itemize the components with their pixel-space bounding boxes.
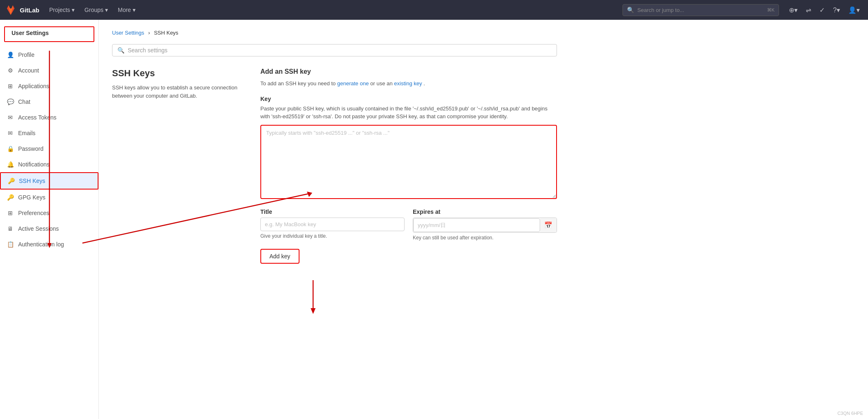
search-settings-icon: 🔍 <box>117 47 124 54</box>
sidebar-item-emails[interactable]: ✉ Emails <box>0 125 98 141</box>
user-icon: 👤 <box>7 51 14 59</box>
form-row: Title Give your individual key a title. … <box>260 208 557 241</box>
settings-search-wrap[interactable]: 🔍 <box>112 44 557 56</box>
page-layout: User Settings 👤 Profile ⚙ Account ⊞ Appl… <box>0 20 868 419</box>
breadcrumb-parent[interactable]: User Settings <box>112 30 144 36</box>
search-icon: 🔍 <box>627 7 634 13</box>
title-hint: Give your individual key a title. <box>260 233 405 239</box>
sidebar-item-label: Notifications <box>18 161 49 168</box>
more-menu[interactable]: More ▾ <box>115 4 139 16</box>
merge-request-icon[interactable]: ⇌ <box>802 4 814 16</box>
ssh-form-panel: Add an SSH key To add an SSH key you nee… <box>260 68 557 264</box>
title-label: Title <box>260 208 405 215</box>
sidebar-item-label: Active Sessions <box>18 225 59 232</box>
sidebar-item-label: SSH Keys <box>19 178 45 184</box>
breadcrumb: User Settings › SSH Keys <box>112 30 855 36</box>
title-input[interactable] <box>260 218 405 231</box>
sidebar-item-label: GPG Keys <box>18 194 45 201</box>
sidebar-item-applications[interactable]: ⊞ Applications <box>0 78 98 94</box>
sidebar-item-preferences[interactable]: ⊞ Preferences <box>0 205 98 221</box>
sidebar-item-password[interactable]: 🔒 Password <box>0 141 98 157</box>
password-icon: 🔒 <box>7 145 14 152</box>
generate-key-link[interactable]: generate one <box>337 80 369 87</box>
content-grid: SSH Keys SSH keys allow you to establish… <box>112 68 557 264</box>
sidebar-item-label: Chat <box>18 98 30 105</box>
search-bar[interactable]: 🔍 ⌘K <box>622 4 779 16</box>
expires-hint: Key can still be used after expiration. <box>413 235 557 241</box>
sidebar-item-notifications[interactable]: 🔔 Notifications <box>0 157 98 172</box>
sidebar-item-chat[interactable]: 💬 Chat <box>0 94 98 110</box>
sidebar-item-gpg-keys[interactable]: 🔑 GPG Keys <box>0 190 98 205</box>
email-icon: ✉ <box>7 129 14 137</box>
projects-menu[interactable]: Projects ▾ <box>46 4 78 16</box>
ssh-description-panel: SSH Keys SSH keys allow you to establish… <box>112 68 244 264</box>
chat-icon: 💬 <box>7 98 14 105</box>
existing-key-link[interactable]: existing key <box>394 80 422 87</box>
sidebar-item-label: Password <box>18 145 43 152</box>
add-ssh-key-heading: Add an SSH key <box>260 68 557 75</box>
key-description: Paste your public SSH key, which is usua… <box>260 105 557 121</box>
settings-search-input[interactable] <box>128 47 552 54</box>
sidebar-item-label: Profile <box>18 51 35 58</box>
token-icon: ✉ <box>7 114 14 121</box>
sidebar-item-label: Access Tokens <box>18 114 56 121</box>
chevron-down-icon: ▾ <box>72 7 75 13</box>
ssh-keys-description: SSH keys allow you to establish a secure… <box>112 84 244 100</box>
expires-field-group: Expires at 📅 Key can still be used after… <box>413 208 557 241</box>
sidebar-item-label: Account <box>18 67 39 74</box>
sidebar-item-label: Authentication log <box>18 241 64 248</box>
key-textarea[interactable] <box>260 125 557 199</box>
top-navigation: GitLab Projects ▾ Groups ▾ More ▾ 🔍 ⌘K ⊕… <box>0 0 868 20</box>
applications-icon: ⊞ <box>7 82 14 90</box>
add-key-button[interactable]: Add key <box>260 249 299 264</box>
main-content: User Settings › SSH Keys 🔍 SSH Keys SSH … <box>99 20 868 419</box>
key-label: Key <box>260 96 557 102</box>
title-field-group: Title Give your individual key a title. <box>260 208 405 241</box>
calendar-button[interactable]: 📅 <box>540 218 557 232</box>
preferences-icon: ⊞ <box>7 209 14 217</box>
sidebar-item-active-sessions[interactable]: 🖥 Active Sessions <box>0 221 98 236</box>
sidebar-title: User Settings <box>4 26 94 42</box>
sidebar-item-label: Applications <box>18 83 49 89</box>
sidebar: User Settings 👤 Profile ⚙ Account ⊞ Appl… <box>0 20 99 419</box>
notification-icon: 🔔 <box>7 161 14 168</box>
breadcrumb-separator: › <box>148 30 152 36</box>
help-icon[interactable]: ?▾ <box>830 4 843 16</box>
key-section: Key Paste your public SSH key, which is … <box>260 96 557 200</box>
sidebar-item-label: Preferences <box>18 210 49 216</box>
gpg-icon: 🔑 <box>7 194 14 201</box>
sidebar-item-label: Emails <box>18 130 35 136</box>
sidebar-item-ssh-keys[interactable]: 🔑 SSH Keys <box>0 172 98 190</box>
search-shortcut: ⌘K <box>767 7 774 13</box>
logo-text: GitLab <box>20 7 40 14</box>
chevron-down-icon: ▾ <box>105 7 108 13</box>
account-icon: ⚙ <box>7 67 14 74</box>
sidebar-item-profile[interactable]: 👤 Profile <box>0 47 98 63</box>
sidebar-item-auth-log[interactable]: 📋 Authentication log <box>0 236 98 252</box>
add-ssh-intro: To add an SSH key you need to generate o… <box>260 80 557 88</box>
search-input[interactable] <box>637 5 764 16</box>
sidebar-item-account[interactable]: ⚙ Account <box>0 63 98 78</box>
expires-input[interactable] <box>413 218 540 232</box>
todo-icon[interactable]: ✓ <box>816 4 828 16</box>
key-icon: 🔑 <box>7 177 15 185</box>
nav-action-icons: ⊕▾ ⇌ ✓ ?▾ 👤▾ <box>786 4 863 16</box>
log-icon: 📋 <box>7 241 14 248</box>
breadcrumb-current: SSH Keys <box>154 30 178 36</box>
expires-label: Expires at <box>413 208 557 215</box>
sessions-icon: 🖥 <box>7 225 14 232</box>
date-input-wrap[interactable]: 📅 <box>413 218 557 233</box>
user-avatar[interactable]: 👤▾ <box>845 4 863 16</box>
chevron-down-icon: ▾ <box>133 7 136 13</box>
ssh-keys-title: SSH Keys <box>112 68 244 79</box>
gitlab-logo[interactable]: GitLab <box>5 4 40 16</box>
sidebar-item-access-tokens[interactable]: ✉ Access Tokens <box>0 110 98 125</box>
create-new-button[interactable]: ⊕▾ <box>786 4 801 16</box>
groups-menu[interactable]: Groups ▾ <box>81 4 111 16</box>
watermark: C3QN 6HPE <box>838 411 863 416</box>
